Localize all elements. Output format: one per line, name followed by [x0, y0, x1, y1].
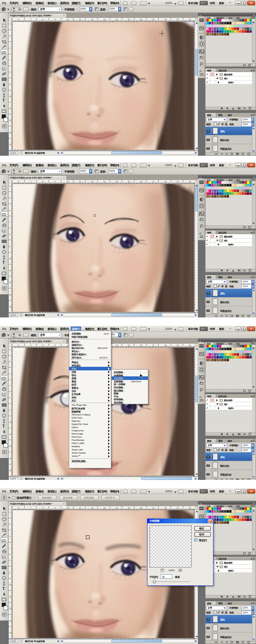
svg-text:T: T [2, 424, 5, 429]
svg-text:A: A [199, 231, 202, 235]
svg-text:A: A [199, 395, 202, 399]
svg-text:T: T [2, 587, 5, 591]
svg-text:T: T [2, 98, 5, 103]
svg-text:A: A [199, 69, 202, 73]
svg-text:T: T [2, 260, 5, 265]
